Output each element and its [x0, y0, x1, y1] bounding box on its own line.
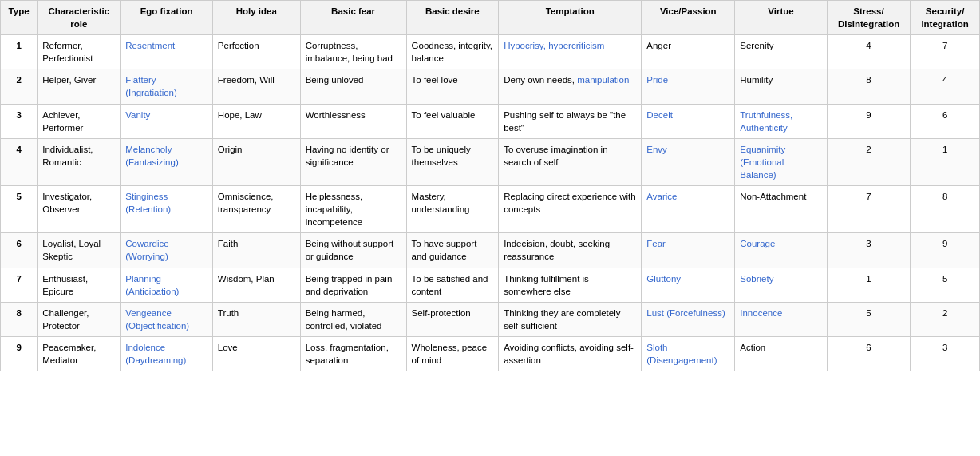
cell-type: 9: [1, 336, 38, 371]
cell-virtue: Action: [735, 336, 828, 371]
temptation-link[interactable]: Hypocrisy, hypercriticism: [504, 41, 604, 50]
cell-stress: 3: [827, 233, 910, 268]
cell-virtue: Non-Attachment: [735, 186, 828, 233]
table-row: 4Individualist, RomanticMelancholy (Fant…: [1, 138, 980, 185]
cell-security: 3: [911, 336, 980, 371]
cell-holy-idea: Love: [212, 336, 300, 371]
cell-basic-desire: Mastery, understanding: [406, 186, 499, 233]
table-row: 7Enthusiast, EpicurePlanning (Anticipati…: [1, 268, 980, 302]
cell-temptation[interactable]: Deny own needs, manipulation: [499, 69, 642, 104]
virtue-link[interactable]: Equanimity (Emotional Balance): [740, 145, 785, 180]
ego-fixation-link[interactable]: Indolence (Daydreaming): [125, 343, 186, 365]
cell-holy-idea: Hope, Law: [212, 104, 300, 138]
cell-temptation: Replacing direct experience with concept…: [499, 186, 642, 233]
virtue-link[interactable]: Innocence: [740, 308, 782, 318]
ego-fixation-link[interactable]: Planning (Anticipation): [125, 274, 179, 296]
virtue-link[interactable]: Sobriety: [740, 274, 773, 284]
cell-char-role: Investigator, Observer: [38, 186, 121, 233]
cell-char-role: Challenger, Protector: [38, 302, 121, 336]
virtue-link[interactable]: Courage: [740, 239, 775, 248]
cell-holy-idea: Perfection: [212, 35, 300, 69]
cell-vice: Anger: [642, 35, 735, 69]
cell-char-role: Reformer, Perfectionist: [38, 35, 121, 69]
cell-vice[interactable]: Fear: [642, 233, 735, 268]
vice-link[interactable]: Gluttony: [646, 274, 681, 284]
vice-link[interactable]: Envy: [646, 145, 667, 154]
cell-temptation: Thinking fulfillment is somewhere else: [499, 268, 642, 302]
cell-stress: 6: [827, 336, 910, 371]
table-body: 1Reformer, PerfectionistResentmentPerfec…: [1, 35, 980, 371]
temptation-link[interactable]: manipulation: [577, 75, 629, 85]
cell-stress: 2: [827, 138, 910, 185]
cell-stress: 4: [827, 35, 910, 69]
cell-virtue[interactable]: Equanimity (Emotional Balance): [735, 138, 828, 185]
header-temptation: Temptation: [499, 1, 642, 35]
cell-ego-fixation[interactable]: Cowardice (Worrying): [121, 233, 213, 268]
vice-link[interactable]: Avarice: [646, 192, 677, 201]
cell-stress: 8: [827, 69, 910, 104]
cell-ego-fixation[interactable]: Vengeance (Objectification): [121, 302, 213, 336]
ego-fixation-link[interactable]: Flattery (Ingratiation): [125, 75, 177, 97]
cell-ego-fixation[interactable]: Planning (Anticipation): [121, 268, 213, 302]
cell-holy-idea: Freedom, Will: [212, 69, 300, 104]
header-virtue: Virtue: [735, 1, 828, 35]
cell-virtue[interactable]: Truthfulness, Authenticity: [735, 104, 828, 138]
ego-fixation-link[interactable]: Vanity: [125, 110, 150, 120]
cell-security: 9: [911, 233, 980, 268]
ego-fixation-link[interactable]: Vengeance (Objectification): [125, 308, 189, 331]
cell-security: 2: [911, 302, 980, 336]
vice-link[interactable]: Fear: [646, 239, 666, 248]
cell-vice[interactable]: Pride: [642, 69, 735, 104]
vice-link[interactable]: Lust (Forcefulness): [646, 308, 725, 318]
table-row: 9Peacemaker, MediatorIndolence (Daydream…: [1, 336, 980, 371]
cell-basic-fear: Being without support or guidance: [300, 233, 406, 268]
ego-fixation-link[interactable]: Resentment: [125, 41, 175, 50]
cell-char-role: Enthusiast, Epicure: [38, 268, 121, 302]
cell-basic-fear: Worthlessness: [300, 104, 406, 138]
cell-ego-fixation[interactable]: Melancholy (Fantasizing): [121, 138, 213, 185]
ego-fixation-link[interactable]: Melancholy (Fantasizing): [125, 145, 178, 167]
vice-link[interactable]: Sloth (Disengagement): [646, 343, 717, 365]
cell-vice[interactable]: Sloth (Disengagement): [642, 336, 735, 371]
cell-vice[interactable]: Gluttony: [642, 268, 735, 302]
cell-temptation: Indecision, doubt, seeking reassurance: [499, 233, 642, 268]
cell-ego-fixation[interactable]: Indolence (Daydreaming): [121, 336, 213, 371]
cell-vice[interactable]: Envy: [642, 138, 735, 185]
cell-virtue[interactable]: Courage: [735, 233, 828, 268]
table-header-row: Type Characteristic role Ego fixation Ho…: [1, 1, 980, 35]
cell-holy-idea: Omniscience, transparency: [212, 186, 300, 233]
table-row: 1Reformer, PerfectionistResentmentPerfec…: [1, 35, 980, 69]
vice-link[interactable]: Deceit: [646, 110, 673, 120]
cell-basic-desire: To feel valuable: [406, 104, 499, 138]
cell-stress: 1: [827, 268, 910, 302]
cell-security: 5: [911, 268, 980, 302]
ego-fixation-link[interactable]: Stinginess (Retention): [125, 192, 171, 214]
header-holy: Holy idea: [212, 1, 300, 35]
cell-type: 5: [1, 186, 38, 233]
enneagram-table: Type Characteristic role Ego fixation Ho…: [0, 0, 980, 371]
cell-char-role: Peacemaker, Mediator: [38, 336, 121, 371]
cell-basic-desire: To be uniquely themselves: [406, 138, 499, 185]
cell-vice[interactable]: Avarice: [642, 186, 735, 233]
vice-link[interactable]: Pride: [646, 75, 668, 85]
cell-type: 7: [1, 268, 38, 302]
virtue-link[interactable]: Truthfulness, Authenticity: [740, 110, 792, 133]
cell-vice[interactable]: Lust (Forcefulness): [642, 302, 735, 336]
cell-ego-fixation[interactable]: Resentment: [121, 35, 213, 69]
cell-ego-fixation[interactable]: Stinginess (Retention): [121, 186, 213, 233]
cell-security: 7: [911, 35, 980, 69]
cell-char-role: Helper, Giver: [38, 69, 121, 104]
cell-vice[interactable]: Deceit: [642, 104, 735, 138]
cell-ego-fixation[interactable]: Vanity: [121, 104, 213, 138]
cell-char-role: Loyalist, Loyal Skeptic: [38, 233, 121, 268]
cell-temptation[interactable]: Hypocrisy, hypercriticism: [499, 35, 642, 69]
cell-char-role: Individualist, Romantic: [38, 138, 121, 185]
ego-fixation-link[interactable]: Cowardice (Worrying): [125, 239, 168, 261]
cell-virtue[interactable]: Sobriety: [735, 268, 828, 302]
cell-ego-fixation[interactable]: Flattery (Ingratiation): [121, 69, 213, 104]
header-stress: Stress/ Disintegration: [827, 1, 910, 35]
cell-virtue[interactable]: Innocence: [735, 302, 828, 336]
table-row: 5Investigator, ObserverStinginess (Reten…: [1, 186, 980, 233]
cell-type: 6: [1, 233, 38, 268]
cell-temptation: Avoiding conflicts, avoiding self-assert…: [499, 336, 642, 371]
